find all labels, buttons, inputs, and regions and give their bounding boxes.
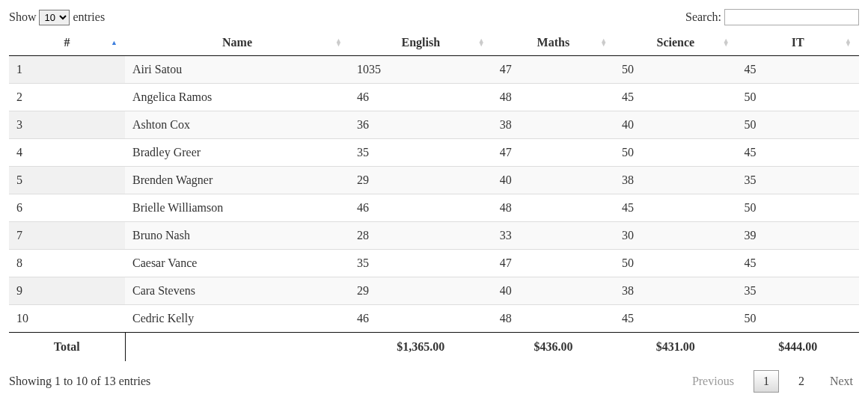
sort-both-icon: ▲▼ [845,39,852,46]
cell-science: 45 [614,305,736,333]
footer-maths: $436.00 [492,333,614,362]
page-2[interactable]: 2 [792,372,810,391]
cell-english: 36 [349,111,492,139]
cell-idx: 2 [9,84,125,111]
cell-it: 45 [737,56,859,84]
cell-science: 30 [614,222,736,250]
footer-science: $431.00 [614,333,736,362]
col-header-it[interactable]: IT ▲▼ [737,30,859,56]
col-header-name-label: Name [222,36,252,49]
length-select[interactable]: 10 [39,10,70,25]
cell-idx: 1 [9,56,125,84]
cell-idx: 10 [9,305,125,333]
col-header-english[interactable]: English ▲▼ [349,30,492,56]
cell-it: 45 [737,250,859,277]
cell-science: 50 [614,250,736,277]
pagination: Previous 1 2 Next [686,370,859,393]
col-header-index[interactable]: # ▲ [9,30,125,56]
table-row: 5Brenden Wagner29403835 [9,167,859,194]
cell-it: 50 [737,111,859,139]
col-header-index-label: # [64,36,70,49]
cell-english: 46 [349,305,492,333]
table-row: 7Bruno Nash28333039 [9,222,859,250]
cell-it: 50 [737,305,859,333]
col-header-english-label: English [402,36,441,49]
cell-name: Caesar Vance [125,250,349,277]
cell-name: Ashton Cox [125,111,349,139]
footer-divider [125,333,349,362]
cell-idx: 4 [9,139,125,167]
cell-maths: 47 [492,56,614,84]
col-header-maths[interactable]: Maths ▲▼ [492,30,614,56]
cell-name: Brielle Williamson [125,194,349,222]
table-row: 6Brielle Williamson46484550 [9,194,859,222]
table-row: 8Caesar Vance35475045 [9,250,859,277]
table-row: 9Cara Stevens29403835 [9,277,859,305]
col-header-name[interactable]: Name ▲▼ [125,30,349,56]
sort-asc-icon: ▲ [111,41,117,45]
page-next[interactable]: Next [824,372,859,391]
cell-idx: 3 [9,111,125,139]
cell-it: 45 [737,139,859,167]
cell-idx: 7 [9,222,125,250]
cell-science: 45 [614,194,736,222]
cell-it: 50 [737,194,859,222]
table-row: 10Cedric Kelly46484550 [9,305,859,333]
cell-name: Cedric Kelly [125,305,349,333]
col-header-science[interactable]: Science ▲▼ [614,30,736,56]
cell-it: 35 [737,277,859,305]
cell-maths: 33 [492,222,614,250]
data-table: # ▲ Name ▲▼ English ▲▼ Maths ▲▼ Science … [9,30,859,361]
table-row: 2Angelica Ramos46484550 [9,84,859,111]
cell-maths: 40 [492,167,614,194]
cell-maths: 47 [492,250,614,277]
sort-both-icon: ▲▼ [335,39,342,46]
col-header-it-label: IT [792,36,804,49]
cell-it: 39 [737,222,859,250]
length-pre-label: Show [9,10,36,24]
cell-idx: 8 [9,250,125,277]
sort-both-icon: ▲▼ [478,39,485,46]
footer-english: $1,365.00 [349,333,492,362]
cell-maths: 38 [492,111,614,139]
col-header-maths-label: Maths [537,36,570,49]
table-row: 3Ashton Cox36384050 [9,111,859,139]
cell-name: Angelica Ramos [125,84,349,111]
cell-maths: 48 [492,84,614,111]
cell-maths: 48 [492,305,614,333]
cell-it: 35 [737,167,859,194]
cell-english: 29 [349,167,492,194]
cell-english: 46 [349,194,492,222]
cell-it: 50 [737,84,859,111]
search-input[interactable] [724,9,859,25]
table-row: 4Bradley Greer35475045 [9,139,859,167]
page-previous[interactable]: Previous [686,372,740,391]
cell-name: Bradley Greer [125,139,349,167]
cell-english: 46 [349,84,492,111]
cell-name: Airi Satou [125,56,349,84]
length-menu: Show 10 entries [9,10,105,25]
cell-science: 50 [614,139,736,167]
search-control: Search: [685,9,859,25]
cell-english: 29 [349,277,492,305]
cell-name: Bruno Nash [125,222,349,250]
cell-maths: 47 [492,139,614,167]
cell-maths: 48 [492,194,614,222]
cell-science: 50 [614,56,736,84]
cell-science: 38 [614,277,736,305]
cell-science: 40 [614,111,736,139]
cell-idx: 9 [9,277,125,305]
cell-english: 28 [349,222,492,250]
cell-idx: 5 [9,167,125,194]
cell-maths: 40 [492,277,614,305]
cell-idx: 6 [9,194,125,222]
cell-name: Brenden Wagner [125,167,349,194]
sort-both-icon: ▲▼ [723,39,730,46]
cell-science: 38 [614,167,736,194]
page-1[interactable]: 1 [754,370,779,393]
cell-english: 35 [349,250,492,277]
col-header-science-label: Science [657,36,695,49]
table-row: 1Airi Satou1035475045 [9,56,859,84]
cell-name: Cara Stevens [125,277,349,305]
table-info: Showing 1 to 10 of 13 entries [9,375,150,388]
